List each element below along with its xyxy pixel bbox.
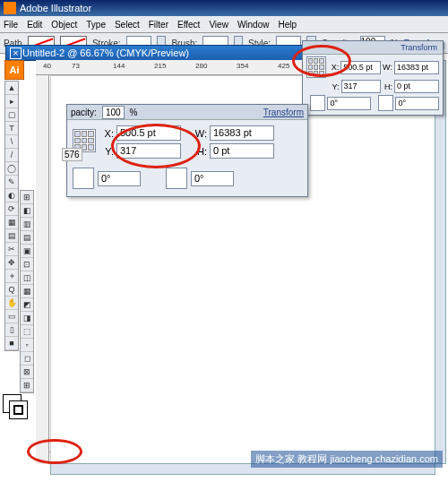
h-field[interactable]: 0 pt xyxy=(394,80,439,93)
app-icon xyxy=(4,2,16,14)
shear-icon-zoom[interactable] xyxy=(166,168,187,189)
h-label-zoom: H: xyxy=(193,146,207,157)
tool2-14[interactable]: ⊞ xyxy=(21,379,33,392)
x-field-zoom[interactable]: 500.5 pt xyxy=(116,125,181,141)
tool2-11[interactable]: ▫ xyxy=(21,339,33,352)
fill-stroke-box[interactable] xyxy=(3,394,28,419)
tool-3[interactable]: T xyxy=(5,122,18,135)
tool2-2[interactable]: ▥ xyxy=(21,218,33,231)
tool2-4[interactable]: ▣ xyxy=(21,245,33,258)
watermark-text: 脚本之家 教程网 jiaocheng.chazidian.com xyxy=(251,451,443,468)
toolbox: ▲▸▢T\/◯✎◐⟳▦▤✂✥⌖Q✋▭▯■ xyxy=(4,81,19,351)
tool-17[interactable]: ▭ xyxy=(5,310,18,323)
y-field-zoom[interactable]: 317 xyxy=(116,143,181,159)
tool-4[interactable]: \ xyxy=(5,135,18,149)
app-title-bar: Adobe Illustrator xyxy=(0,0,448,16)
menu-filter[interactable]: Filter xyxy=(149,20,168,30)
tool2-3[interactable]: ▤ xyxy=(21,231,33,245)
rotate-icon[interactable] xyxy=(310,95,325,111)
x-label-zoom: X: xyxy=(99,128,114,139)
menu-view[interactable]: View xyxy=(209,20,228,30)
menu-effect[interactable]: Effect xyxy=(177,20,200,30)
tool2-7[interactable]: ▦ xyxy=(21,285,33,298)
tool2-12[interactable]: ◻ xyxy=(21,352,33,366)
ruler-tick: 425 xyxy=(278,62,289,70)
transform-panel-small[interactable]: Transform X: 500.5 pt W: 16383 pt Y: 317… xyxy=(302,40,444,116)
tool2-9[interactable]: ◨ xyxy=(21,312,33,325)
h-field-zoom[interactable]: 0 pt xyxy=(210,143,274,159)
tool-8[interactable]: ◐ xyxy=(5,189,18,202)
menu-select[interactable]: Select xyxy=(115,20,140,30)
w-label-zoom: W: xyxy=(193,128,207,139)
transform-tab[interactable]: Transform xyxy=(401,43,437,52)
tool-11[interactable]: ▤ xyxy=(5,229,18,243)
toolbox-secondary: ⊞◧▥▤▣⊡◫▦◩◨⬚▫◻⊠⊞ xyxy=(20,190,34,393)
x-field[interactable]: 500.5 pt xyxy=(340,61,381,74)
ai-logo-icon: Ai xyxy=(4,60,24,80)
app-title: Adobe Illustrator xyxy=(20,0,91,16)
tool2-8[interactable]: ◩ xyxy=(21,298,33,312)
tool2-1[interactable]: ◧ xyxy=(21,204,33,218)
shear-field-zoom[interactable]: 0° xyxy=(191,171,234,186)
w-field-zoom[interactable]: 16383 pt xyxy=(210,125,274,141)
w-field[interactable]: 16383 pt xyxy=(394,61,439,74)
tool2-10[interactable]: ⬚ xyxy=(21,325,33,339)
tool-5[interactable]: / xyxy=(5,149,18,162)
ruler-tick: 40 xyxy=(43,62,51,70)
menu-edit[interactable]: Edit xyxy=(27,20,42,30)
tool-16[interactable]: ✋ xyxy=(5,297,18,310)
tool-6[interactable]: ◯ xyxy=(5,162,18,176)
ruler-vertical xyxy=(36,75,49,464)
ruler-tick: 215 xyxy=(154,62,166,70)
shear-field[interactable]: 0° xyxy=(395,97,439,110)
tool-0[interactable]: ▲ xyxy=(5,82,18,95)
tool-1[interactable]: ▸ xyxy=(5,95,18,108)
ruler-tick: 73 xyxy=(72,62,80,70)
tool-13[interactable]: ✥ xyxy=(5,256,18,270)
tool2-0[interactable]: ⊞ xyxy=(21,191,33,204)
tool-15[interactable]: Q xyxy=(5,283,18,297)
tool2-6[interactable]: ◫ xyxy=(21,271,33,285)
transform-panel-zoom: pacity: 100 % Transform X: 500.5 pt W: 1… xyxy=(66,104,308,197)
ruler-tick: 354 xyxy=(237,62,248,70)
menu-help[interactable]: Help xyxy=(278,20,297,30)
tool-7[interactable]: ✎ xyxy=(5,176,18,189)
opacity-label-crop: pacity: xyxy=(71,108,97,117)
menu-file[interactable]: File xyxy=(4,20,18,30)
tool2-13[interactable]: ⊠ xyxy=(21,366,33,379)
document-tab-title: Untitled-2 @ 66.67% (CMYK/Preview) xyxy=(22,47,189,58)
menu-bar: File Edit Object Type Select Filter Effe… xyxy=(0,16,448,33)
ruler-tick: 144 xyxy=(113,62,125,70)
transform-link-zoom[interactable]: Transform xyxy=(263,108,304,117)
opacity-unit-zoom: % xyxy=(130,108,138,117)
tool-18[interactable]: ▯ xyxy=(5,323,18,337)
stroke-swatch-box[interactable] xyxy=(9,400,28,419)
h-label: H: xyxy=(383,82,392,91)
reference-point-icon[interactable] xyxy=(306,56,326,78)
tool-2[interactable]: ▢ xyxy=(5,108,18,122)
rotate-field-zoom[interactable]: 0° xyxy=(98,171,141,186)
tool2-5[interactable]: ⊡ xyxy=(21,258,33,271)
w-label: W: xyxy=(383,63,392,72)
rotate-icon-zoom[interactable] xyxy=(73,168,94,189)
x-label: X: xyxy=(330,63,340,72)
tool-14[interactable]: ⌖ xyxy=(5,270,18,283)
menu-window[interactable]: Window xyxy=(237,20,270,30)
document-close-button[interactable]: × xyxy=(10,47,22,59)
menu-type[interactable]: Type xyxy=(86,20,106,30)
tool-12[interactable]: ✂ xyxy=(5,243,18,256)
ruler-y-576: 576 xyxy=(62,148,82,161)
tool-9[interactable]: ⟳ xyxy=(5,202,18,216)
y-field[interactable]: 317 xyxy=(341,80,382,93)
shear-icon[interactable] xyxy=(378,95,393,111)
y-label-zoom: Y: xyxy=(99,146,114,157)
ruler-tick: 280 xyxy=(195,62,207,70)
tool-19[interactable]: ■ xyxy=(5,337,18,350)
opacity-value-zoom[interactable]: 100 xyxy=(102,106,125,119)
rotate-field[interactable]: 0° xyxy=(327,97,371,110)
y-label: Y: xyxy=(330,82,340,91)
menu-object[interactable]: Object xyxy=(51,20,77,30)
tool-10[interactable]: ▦ xyxy=(5,216,18,229)
scrollbar-vertical[interactable] xyxy=(435,60,446,464)
